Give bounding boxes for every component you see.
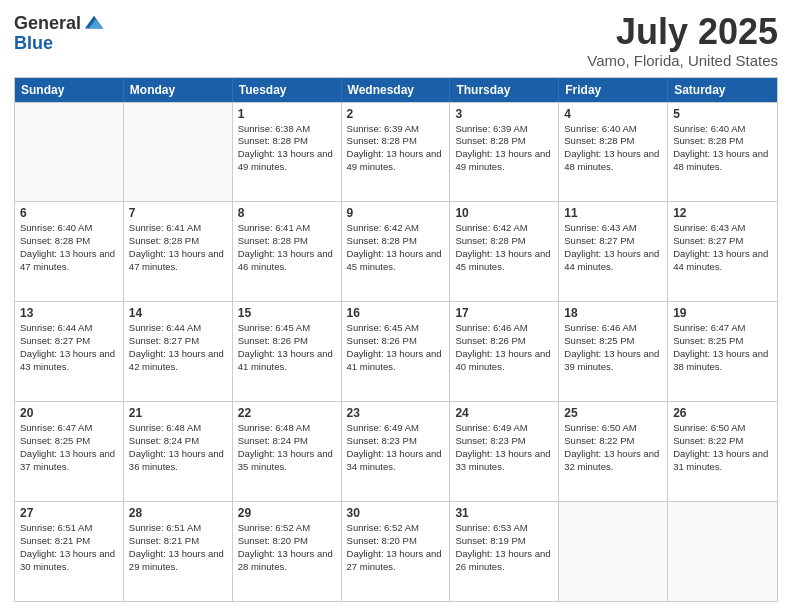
day-number: 24 [455,406,553,420]
weekday-header: Thursday [450,78,559,102]
calendar-cell: 21Sunrise: 6:48 AM Sunset: 8:24 PM Dayli… [124,402,233,501]
day-info: Sunrise: 6:43 AM Sunset: 8:27 PM Dayligh… [673,222,772,273]
day-number: 19 [673,306,772,320]
day-info: Sunrise: 6:40 AM Sunset: 8:28 PM Dayligh… [673,123,772,174]
calendar-row: 6Sunrise: 6:40 AM Sunset: 8:28 PM Daylig… [15,201,777,301]
calendar-cell: 18Sunrise: 6:46 AM Sunset: 8:25 PM Dayli… [559,302,668,401]
day-number: 7 [129,206,227,220]
calendar-cell: 5Sunrise: 6:40 AM Sunset: 8:28 PM Daylig… [668,103,777,202]
day-number: 9 [347,206,445,220]
calendar-cell: 19Sunrise: 6:47 AM Sunset: 8:25 PM Dayli… [668,302,777,401]
location: Vamo, Florida, United States [587,52,778,69]
calendar-cell: 31Sunrise: 6:53 AM Sunset: 8:19 PM Dayli… [450,502,559,601]
calendar-body: 1Sunrise: 6:38 AM Sunset: 8:28 PM Daylig… [15,102,777,601]
calendar-cell: 16Sunrise: 6:45 AM Sunset: 8:26 PM Dayli… [342,302,451,401]
calendar: SundayMondayTuesdayWednesdayThursdayFrid… [14,77,778,602]
weekday-header: Sunday [15,78,124,102]
calendar-cell [124,103,233,202]
calendar-row: 27Sunrise: 6:51 AM Sunset: 8:21 PM Dayli… [15,501,777,601]
calendar-cell: 9Sunrise: 6:42 AM Sunset: 8:28 PM Daylig… [342,202,451,301]
calendar-cell: 10Sunrise: 6:42 AM Sunset: 8:28 PM Dayli… [450,202,559,301]
day-number: 4 [564,107,662,121]
day-info: Sunrise: 6:49 AM Sunset: 8:23 PM Dayligh… [347,422,445,473]
calendar-cell: 30Sunrise: 6:52 AM Sunset: 8:20 PM Dayli… [342,502,451,601]
logo: General Blue [14,12,105,52]
weekday-header: Tuesday [233,78,342,102]
calendar-header: SundayMondayTuesdayWednesdayThursdayFrid… [15,78,777,102]
day-info: Sunrise: 6:50 AM Sunset: 8:22 PM Dayligh… [564,422,662,473]
day-info: Sunrise: 6:46 AM Sunset: 8:26 PM Dayligh… [455,322,553,373]
calendar-row: 13Sunrise: 6:44 AM Sunset: 8:27 PM Dayli… [15,301,777,401]
calendar-cell [15,103,124,202]
day-number: 5 [673,107,772,121]
day-number: 21 [129,406,227,420]
calendar-cell: 3Sunrise: 6:39 AM Sunset: 8:28 PM Daylig… [450,103,559,202]
day-info: Sunrise: 6:46 AM Sunset: 8:25 PM Dayligh… [564,322,662,373]
day-info: Sunrise: 6:45 AM Sunset: 8:26 PM Dayligh… [347,322,445,373]
weekday-header: Saturday [668,78,777,102]
day-info: Sunrise: 6:52 AM Sunset: 8:20 PM Dayligh… [347,522,445,573]
day-info: Sunrise: 6:44 AM Sunset: 8:27 PM Dayligh… [20,322,118,373]
day-number: 28 [129,506,227,520]
day-number: 2 [347,107,445,121]
day-number: 3 [455,107,553,121]
calendar-cell: 8Sunrise: 6:41 AM Sunset: 8:28 PM Daylig… [233,202,342,301]
calendar-cell: 27Sunrise: 6:51 AM Sunset: 8:21 PM Dayli… [15,502,124,601]
day-info: Sunrise: 6:50 AM Sunset: 8:22 PM Dayligh… [673,422,772,473]
title-area: July 2025 Vamo, Florida, United States [587,12,778,69]
month-title: July 2025 [587,12,778,52]
calendar-cell: 20Sunrise: 6:47 AM Sunset: 8:25 PM Dayli… [15,402,124,501]
day-info: Sunrise: 6:43 AM Sunset: 8:27 PM Dayligh… [564,222,662,273]
day-number: 25 [564,406,662,420]
logo-icon [83,12,105,34]
day-info: Sunrise: 6:47 AM Sunset: 8:25 PM Dayligh… [673,322,772,373]
day-info: Sunrise: 6:51 AM Sunset: 8:21 PM Dayligh… [20,522,118,573]
logo-row: General [14,12,105,34]
day-number: 22 [238,406,336,420]
day-info: Sunrise: 6:41 AM Sunset: 8:28 PM Dayligh… [129,222,227,273]
day-info: Sunrise: 6:38 AM Sunset: 8:28 PM Dayligh… [238,123,336,174]
day-info: Sunrise: 6:42 AM Sunset: 8:28 PM Dayligh… [347,222,445,273]
calendar-cell: 25Sunrise: 6:50 AM Sunset: 8:22 PM Dayli… [559,402,668,501]
calendar-cell: 7Sunrise: 6:41 AM Sunset: 8:28 PM Daylig… [124,202,233,301]
day-number: 26 [673,406,772,420]
weekday-header: Friday [559,78,668,102]
calendar-row: 1Sunrise: 6:38 AM Sunset: 8:28 PM Daylig… [15,102,777,202]
day-info: Sunrise: 6:48 AM Sunset: 8:24 PM Dayligh… [129,422,227,473]
day-number: 15 [238,306,336,320]
logo-container: General Blue [14,12,105,52]
day-number: 6 [20,206,118,220]
day-number: 17 [455,306,553,320]
calendar-cell [668,502,777,601]
day-info: Sunrise: 6:53 AM Sunset: 8:19 PM Dayligh… [455,522,553,573]
day-number: 20 [20,406,118,420]
calendar-cell: 13Sunrise: 6:44 AM Sunset: 8:27 PM Dayli… [15,302,124,401]
calendar-cell: 2Sunrise: 6:39 AM Sunset: 8:28 PM Daylig… [342,103,451,202]
day-info: Sunrise: 6:51 AM Sunset: 8:21 PM Dayligh… [129,522,227,573]
day-number: 8 [238,206,336,220]
day-info: Sunrise: 6:49 AM Sunset: 8:23 PM Dayligh… [455,422,553,473]
day-number: 11 [564,206,662,220]
day-info: Sunrise: 6:40 AM Sunset: 8:28 PM Dayligh… [564,123,662,174]
day-info: Sunrise: 6:52 AM Sunset: 8:20 PM Dayligh… [238,522,336,573]
day-number: 12 [673,206,772,220]
day-number: 14 [129,306,227,320]
calendar-cell: 22Sunrise: 6:48 AM Sunset: 8:24 PM Dayli… [233,402,342,501]
calendar-cell: 17Sunrise: 6:46 AM Sunset: 8:26 PM Dayli… [450,302,559,401]
day-info: Sunrise: 6:44 AM Sunset: 8:27 PM Dayligh… [129,322,227,373]
calendar-cell: 12Sunrise: 6:43 AM Sunset: 8:27 PM Dayli… [668,202,777,301]
day-number: 30 [347,506,445,520]
day-info: Sunrise: 6:39 AM Sunset: 8:28 PM Dayligh… [455,123,553,174]
day-number: 10 [455,206,553,220]
day-number: 31 [455,506,553,520]
day-number: 18 [564,306,662,320]
calendar-cell: 11Sunrise: 6:43 AM Sunset: 8:27 PM Dayli… [559,202,668,301]
day-number: 29 [238,506,336,520]
weekday-header: Wednesday [342,78,451,102]
calendar-cell: 28Sunrise: 6:51 AM Sunset: 8:21 PM Dayli… [124,502,233,601]
calendar-cell: 1Sunrise: 6:38 AM Sunset: 8:28 PM Daylig… [233,103,342,202]
calendar-cell: 26Sunrise: 6:50 AM Sunset: 8:22 PM Dayli… [668,402,777,501]
day-info: Sunrise: 6:40 AM Sunset: 8:28 PM Dayligh… [20,222,118,273]
day-info: Sunrise: 6:39 AM Sunset: 8:28 PM Dayligh… [347,123,445,174]
logo-general: General [14,14,81,32]
